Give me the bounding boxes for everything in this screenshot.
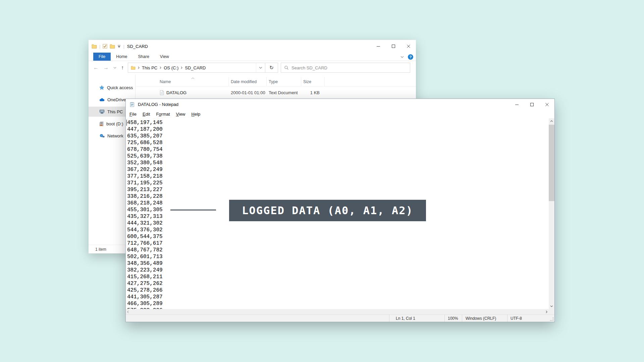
text-line: 635,385,207: [127, 133, 549, 139]
text-line: 352,380,548: [127, 160, 549, 166]
scroll-up-icon[interactable]: [549, 118, 554, 124]
scrollbar-thumb[interactable]: [549, 125, 554, 201]
text-line: 525,639,738: [127, 153, 549, 160]
item-count: 1 item: [95, 247, 106, 252]
callout-line: [170, 209, 216, 210]
zoom-level: 100%: [444, 315, 462, 322]
text-line: 395,213,227: [127, 186, 549, 193]
vertical-scrollbar[interactable]: [549, 118, 554, 309]
sidebar-label: boot (D:): [106, 121, 123, 126]
up-icon[interactable]: ↑: [121, 65, 124, 71]
window-title: SD_CARD: [127, 44, 148, 49]
text-line: 447,187,200: [127, 126, 549, 133]
encoding: UTF-8: [507, 315, 554, 322]
address-row: ← → ↑ This PC OS (C:) SD_CARD ↻: [89, 61, 416, 74]
text-line: 371,195,225: [127, 180, 549, 186]
sidebar-label: OneDrive: [107, 97, 126, 102]
text-line: 600,544,375: [127, 233, 549, 240]
text-line: 348,356,489: [127, 260, 549, 267]
maximize-button[interactable]: [524, 99, 539, 110]
file-date-modified: 2000-01-01 01:00: [229, 90, 267, 95]
breadcrumb-this-pc[interactable]: This PC: [142, 65, 157, 70]
chevron-right-icon: [160, 66, 161, 69]
cursor-position: Ln 1, Col 1: [389, 315, 444, 322]
menu-view[interactable]: View: [173, 112, 189, 117]
refresh-button[interactable]: ↻: [265, 63, 278, 73]
recent-locations-icon[interactable]: [113, 67, 116, 69]
horizontal-scrollbar[interactable]: [126, 309, 549, 315]
file-name: DATALOG: [166, 90, 186, 95]
breadcrumb-sd-card[interactable]: SD_CARD: [185, 65, 206, 70]
search-icon: [284, 65, 289, 70]
forward-icon[interactable]: →: [103, 65, 109, 71]
address-bar[interactable]: This PC OS (C:) SD_CARD: [128, 63, 265, 73]
close-button[interactable]: [401, 40, 416, 53]
file-type: Text Document: [267, 90, 301, 95]
window-title: DATALOG - Notepad: [138, 102, 178, 107]
scrollbar-corner: [549, 309, 554, 315]
file-size: 1 KB: [301, 90, 325, 95]
menu-format[interactable]: Format: [153, 112, 173, 117]
text-line: 425,278,266: [127, 287, 549, 294]
sidebar-label: This PC: [107, 109, 123, 114]
tab-home[interactable]: Home: [111, 53, 132, 61]
text-line: 466,305,289: [127, 300, 549, 307]
close-button[interactable]: [539, 99, 554, 110]
network-icon: [99, 134, 105, 138]
menu-edit[interactable]: Edit: [140, 112, 153, 117]
new-folder-icon[interactable]: [110, 44, 115, 49]
search-input[interactable]: [291, 65, 407, 70]
tab-view[interactable]: View: [155, 53, 174, 61]
text-line: 427,275,262: [127, 280, 549, 287]
text-line: 678,780,754: [127, 146, 549, 153]
sd-card-icon: SD: [99, 121, 104, 126]
address-dropdown-icon[interactable]: [256, 63, 262, 72]
menu-file[interactable]: File: [126, 112, 140, 117]
chevron-right-icon: [138, 66, 140, 69]
resize-grip[interactable]: [551, 318, 553, 321]
text-line: 544,376,302: [127, 227, 549, 233]
column-header-date-modified[interactable]: Date modified: [229, 77, 267, 86]
tab-share[interactable]: Share: [133, 53, 155, 61]
minimize-button[interactable]: [509, 99, 524, 110]
text-line: 415,268,211: [127, 274, 549, 280]
column-header-name[interactable]: Name: [136, 77, 229, 86]
back-icon[interactable]: ←: [93, 65, 99, 71]
breadcrumb-os-c[interactable]: OS (C:): [164, 65, 178, 70]
svg-text:SD: SD: [100, 122, 103, 124]
text-line: 725,686,528: [127, 139, 549, 146]
help-icon[interactable]: ?: [408, 54, 413, 60]
file-row-datalog[interactable]: DATALOG 2000-01-01 01:00 Text Document 1…: [136, 88, 416, 97]
sidebar-item-quick-access[interactable]: Quick access: [89, 82, 135, 93]
expand-ribbon-icon[interactable]: [400, 56, 404, 58]
notepad-app-icon: [129, 102, 135, 107]
explorer-titlebar: | | SD_CARD: [89, 40, 416, 53]
customize-toolbar-icon[interactable]: [117, 45, 121, 48]
monitor-icon: [99, 109, 105, 114]
star-icon: [99, 85, 104, 90]
text-line: 338,216,228: [127, 193, 549, 200]
text-line: 712,766,617: [127, 240, 549, 247]
text-document-icon: [160, 90, 164, 95]
sidebar-label: Quick access: [107, 85, 133, 90]
sort-ascending-icon: [191, 77, 195, 79]
divider: |: [123, 44, 124, 49]
maximize-button[interactable]: [386, 40, 401, 53]
scroll-right-icon[interactable]: [546, 310, 547, 313]
divider: |: [99, 44, 100, 49]
notepad-titlebar: DATALOG - Notepad: [126, 99, 554, 110]
column-header-type[interactable]: Type: [267, 77, 301, 86]
folder-icon: [131, 66, 136, 70]
column-headers: Name Date modified Type Size: [136, 77, 416, 86]
search-box[interactable]: [281, 63, 410, 73]
scroll-down-icon[interactable]: [549, 303, 554, 309]
properties-check-icon[interactable]: [103, 44, 107, 49]
menu-help[interactable]: Help: [189, 112, 204, 117]
tab-file[interactable]: File: [93, 53, 111, 61]
text-line: 648,767,782: [127, 247, 549, 253]
quick-access-toolbar: | |: [92, 44, 124, 49]
scroll-left-icon[interactable]: [127, 310, 129, 313]
minimize-button[interactable]: [371, 40, 386, 53]
text-line: 367,202,249: [127, 166, 549, 173]
column-header-size[interactable]: Size: [301, 77, 325, 86]
